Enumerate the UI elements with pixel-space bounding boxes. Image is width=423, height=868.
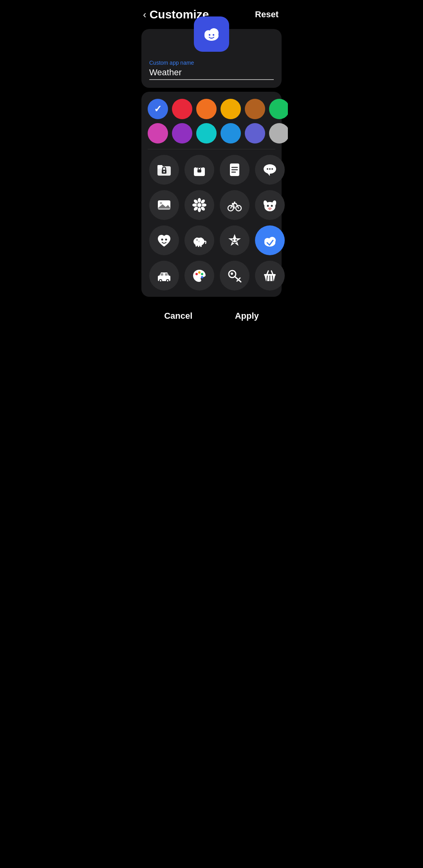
svg-point-4 (213, 34, 214, 36)
svg-point-42 (267, 205, 269, 207)
svg-point-38 (234, 202, 235, 203)
icon-item-basket[interactable] (255, 261, 285, 291)
color-swatch-green[interactable] (269, 99, 288, 119)
app-icon-wrap (194, 16, 229, 52)
color-row-2 (148, 123, 275, 143)
icon-item-key[interactable] (220, 261, 249, 291)
svg-point-9 (163, 171, 165, 173)
svg-point-43 (271, 205, 273, 207)
app-card: Custom app name (141, 29, 282, 88)
icon-item-chat[interactable] (255, 155, 285, 185)
svg-marker-56 (228, 234, 241, 246)
icon-item-flower[interactable] (184, 190, 214, 220)
color-swatch-pink[interactable] (148, 123, 168, 143)
svg-point-19 (271, 168, 273, 170)
svg-point-22 (160, 202, 162, 204)
color-swatch-brown[interactable] (245, 99, 265, 119)
icon-item-folder-lock[interactable] (149, 155, 179, 185)
cancel-button[interactable]: Cancel (148, 308, 208, 324)
folder-lock-icon (156, 162, 172, 178)
svg-point-30 (193, 199, 199, 204)
svg-point-34 (197, 203, 201, 207)
svg-point-58 (235, 239, 237, 241)
shopping-bag-icon (192, 162, 207, 178)
svg-line-76 (237, 280, 239, 281)
svg-rect-52 (195, 245, 197, 247)
svg-point-29 (202, 203, 206, 207)
icon-item-bicycle[interactable] (220, 190, 249, 220)
color-swatch-purple[interactable] (172, 123, 192, 143)
icon-grid (148, 155, 275, 291)
heart-face-icon (156, 232, 172, 248)
svg-rect-54 (200, 245, 202, 247)
svg-point-55 (198, 241, 200, 242)
icon-item-car[interactable] (149, 261, 179, 291)
cloud-face-icon (201, 23, 222, 45)
svg-point-47 (165, 239, 167, 241)
bottom-bar: Cancel Apply (135, 301, 288, 335)
piggy-bank-icon (192, 232, 207, 248)
color-swatch-orange[interactable] (196, 99, 217, 119)
svg-rect-11 (197, 169, 201, 173)
svg-rect-64 (165, 273, 168, 276)
key-icon (227, 268, 242, 283)
svg-point-77 (231, 272, 233, 275)
icon-item-document[interactable] (220, 155, 249, 185)
svg-point-67 (160, 280, 161, 281)
svg-rect-7 (157, 165, 163, 167)
svg-point-51 (197, 240, 198, 241)
bicycle-icon (227, 197, 242, 213)
color-row-1 (148, 99, 275, 119)
app-name-input[interactable] (149, 67, 274, 80)
apply-button[interactable]: Apply (219, 308, 275, 324)
svg-point-31 (200, 199, 206, 204)
svg-point-70 (198, 271, 201, 274)
svg-point-57 (232, 239, 234, 241)
color-swatch-light-blue[interactable] (221, 123, 241, 143)
car-icon (156, 268, 172, 283)
svg-point-2 (209, 28, 219, 38)
app-icon[interactable] (194, 16, 229, 52)
icon-item-star-face[interactable] (220, 225, 249, 255)
reset-button[interactable]: Reset (255, 9, 278, 20)
star-face-icon (227, 232, 242, 248)
svg-point-32 (193, 206, 199, 211)
color-swatch-indigo[interactable] (245, 123, 265, 143)
chat-icon (262, 162, 278, 178)
svg-point-3 (209, 34, 210, 36)
icon-item-photo[interactable] (149, 190, 179, 220)
svg-point-26 (198, 198, 201, 203)
svg-point-46 (161, 239, 163, 241)
icon-item-piggy-bank[interactable] (184, 225, 214, 255)
divider (148, 149, 275, 149)
svg-point-18 (269, 168, 271, 170)
icon-item-heart-face[interactable] (149, 225, 179, 255)
color-swatch-red[interactable] (172, 99, 192, 119)
picker-card (141, 92, 282, 297)
svg-point-33 (200, 206, 206, 211)
app-name-section: Custom app name (141, 56, 282, 80)
cloud-check-selected-icon (262, 232, 278, 248)
palette-icon (192, 268, 207, 283)
color-swatch-blue[interactable] (148, 99, 168, 119)
svg-rect-53 (198, 245, 199, 247)
photo-icon (156, 197, 172, 213)
dog-icon (262, 197, 278, 213)
icon-item-palette[interactable] (184, 261, 214, 291)
color-swatch-cyan[interactable] (196, 123, 217, 143)
back-icon[interactable]: ‹ (143, 9, 146, 21)
icon-item-cloud-check[interactable] (255, 225, 285, 255)
color-swatch-amber[interactable] (221, 99, 241, 119)
svg-point-61 (269, 237, 276, 244)
svg-point-28 (192, 203, 197, 207)
svg-point-69 (195, 273, 198, 275)
svg-point-17 (267, 168, 268, 170)
svg-rect-81 (264, 274, 276, 276)
custom-app-name-label: Custom app name (149, 60, 274, 66)
color-swatch-gray[interactable] (269, 123, 288, 143)
flower-icon (192, 197, 207, 213)
icon-item-shopping-bag[interactable] (184, 155, 214, 185)
basket-icon (262, 268, 278, 283)
icon-item-dog[interactable] (255, 190, 285, 220)
svg-point-72 (201, 276, 203, 278)
